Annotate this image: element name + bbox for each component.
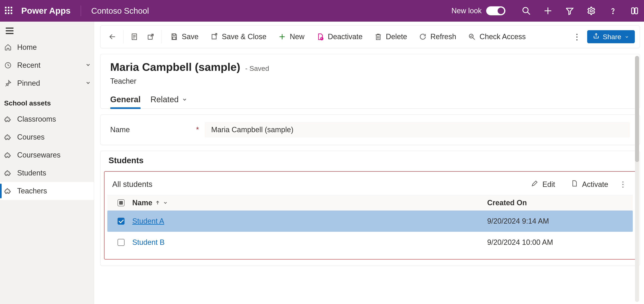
nav-recent-label: Recent <box>17 61 40 70</box>
chevron-down-icon <box>182 95 187 104</box>
environment-name[interactable]: Contoso School <box>91 6 149 15</box>
site-map: Home Recent Pinned School assets Classro… <box>0 22 94 304</box>
more-commands-button[interactable]: ⋮ <box>569 32 585 41</box>
new-button[interactable]: New <box>273 30 309 43</box>
collapse-nav-button[interactable] <box>0 24 94 38</box>
tab-related[interactable]: Related <box>150 95 187 109</box>
back-button[interactable] <box>105 30 120 43</box>
students-grid-frame: All students Edit Activate ⋮ Name <box>104 171 636 260</box>
field-name-row: Name * <box>100 115 640 145</box>
chevron-down-icon <box>85 79 91 88</box>
row-name-link[interactable]: Student B <box>132 238 164 247</box>
main-content: Save Save & Close New Deactivate Delete … <box>100 25 640 304</box>
nav-students[interactable]: Students <box>0 164 94 182</box>
row-checkbox[interactable] <box>118 239 124 246</box>
trash-icon <box>374 33 382 41</box>
top-bar: Power Apps Contoso School New look <box>0 0 644 22</box>
refresh-button[interactable]: Refresh <box>414 30 461 43</box>
row-name-link[interactable]: Student A <box>132 217 164 225</box>
filter-icon[interactable] <box>565 6 574 15</box>
record-saved-state: - Saved <box>245 64 269 72</box>
new-look-toggle[interactable] <box>486 6 506 15</box>
add-icon[interactable] <box>544 6 552 15</box>
svg-point-5 <box>613 13 613 14</box>
document-icon <box>570 180 578 189</box>
pencil-icon <box>531 180 538 189</box>
grid-header-row: Name Created On <box>107 195 633 211</box>
svg-rect-7 <box>635 8 638 14</box>
field-name-label: Name <box>110 126 196 134</box>
grid-row[interactable]: Student B 9/20/2024 10:00 AM <box>107 232 633 253</box>
students-subgrid-card: Students All students Edit Activate ⋮ Na… <box>100 151 640 266</box>
tab-general[interactable]: General <box>110 95 141 109</box>
svg-rect-20 <box>172 37 176 39</box>
refresh-icon <box>419 33 427 41</box>
students-section-title: Students <box>100 151 640 171</box>
form-header-card: Maria Campbell (sample) - Saved Teacher … <box>100 54 640 109</box>
popout-button[interactable] <box>144 30 158 43</box>
delete-button[interactable]: Delete <box>370 30 412 43</box>
field-name-input[interactable] <box>211 125 624 134</box>
settings-icon[interactable] <box>587 6 596 15</box>
search-icon[interactable] <box>522 6 531 15</box>
nav-classrooms-label: Classrooms <box>17 115 56 124</box>
svg-rect-19 <box>173 34 176 35</box>
nav-section-school-assets: School assets <box>0 92 94 110</box>
grid-edit-button[interactable]: Edit <box>525 177 561 191</box>
grid-row[interactable]: Student A 9/20/2024 9:14 AM <box>107 211 633 232</box>
chevron-down-icon <box>163 198 168 207</box>
open-record-set-button[interactable] <box>127 30 142 43</box>
pin-icon <box>4 79 12 87</box>
puzzle-icon <box>4 115 12 123</box>
clock-icon <box>4 61 12 69</box>
deactivate-button[interactable]: Deactivate <box>311 30 368 43</box>
row-created-on: 9/20/2024 10:00 AM <box>487 238 630 247</box>
nav-pinned[interactable]: Pinned <box>0 74 94 92</box>
record-title: Maria Campbell (sample) <box>110 61 240 73</box>
check-access-button[interactable]: Check Access <box>463 30 530 43</box>
share-icon <box>593 33 600 41</box>
svg-line-1 <box>528 12 530 15</box>
sort-asc-icon <box>155 198 160 207</box>
chevron-down-icon <box>624 33 629 41</box>
home-icon <box>4 43 12 51</box>
help-icon[interactable] <box>608 6 618 15</box>
nav-classrooms[interactable]: Classrooms <box>0 110 94 128</box>
row-created-on: 9/20/2024 9:14 AM <box>487 217 630 225</box>
topbar-divider <box>81 5 81 16</box>
check-access-icon <box>468 33 476 41</box>
select-all-checkbox[interactable] <box>118 199 124 206</box>
save-button[interactable]: Save <box>166 30 204 43</box>
chevron-down-icon <box>85 61 91 70</box>
nav-teachers-label: Teachers <box>17 187 47 195</box>
column-header-created-on[interactable]: Created On <box>487 198 630 207</box>
share-button[interactable]: Share <box>587 30 635 43</box>
row-checkbox[interactable] <box>118 218 124 225</box>
required-indicator: * <box>196 126 199 134</box>
nav-courses[interactable]: Courses <box>0 128 94 146</box>
record-entity-label: Teacher <box>110 77 630 86</box>
new-look-toggle-group[interactable]: New look <box>452 6 506 15</box>
nav-home[interactable]: Home <box>0 38 94 56</box>
copilot-icon[interactable] <box>630 6 639 15</box>
nav-recent[interactable]: Recent <box>0 56 94 74</box>
save-close-button[interactable]: Save & Close <box>206 30 271 43</box>
puzzle-icon <box>4 187 12 195</box>
nav-pinned-label: Pinned <box>17 79 40 88</box>
nav-coursewares[interactable]: Coursewares <box>0 146 94 164</box>
puzzle-icon <box>4 169 12 177</box>
app-launcher-icon[interactable] <box>5 7 13 15</box>
grid-activate-button[interactable]: Activate <box>565 177 614 191</box>
nav-teachers[interactable]: Teachers <box>0 182 94 200</box>
brand-label: Power Apps <box>21 6 70 16</box>
svg-rect-6 <box>632 8 634 14</box>
command-bar: Save Save & Close New Deactivate Delete … <box>100 25 640 48</box>
grid-more-button[interactable]: ⋮ <box>618 178 628 191</box>
puzzle-icon <box>4 133 12 141</box>
svg-point-4 <box>590 10 592 12</box>
save-icon <box>170 33 178 41</box>
grid-view-name[interactable]: All students <box>112 180 152 189</box>
column-header-name[interactable]: Name <box>132 198 487 207</box>
scrollbar-thumb[interactable] <box>635 56 639 162</box>
svg-point-0 <box>523 7 528 13</box>
